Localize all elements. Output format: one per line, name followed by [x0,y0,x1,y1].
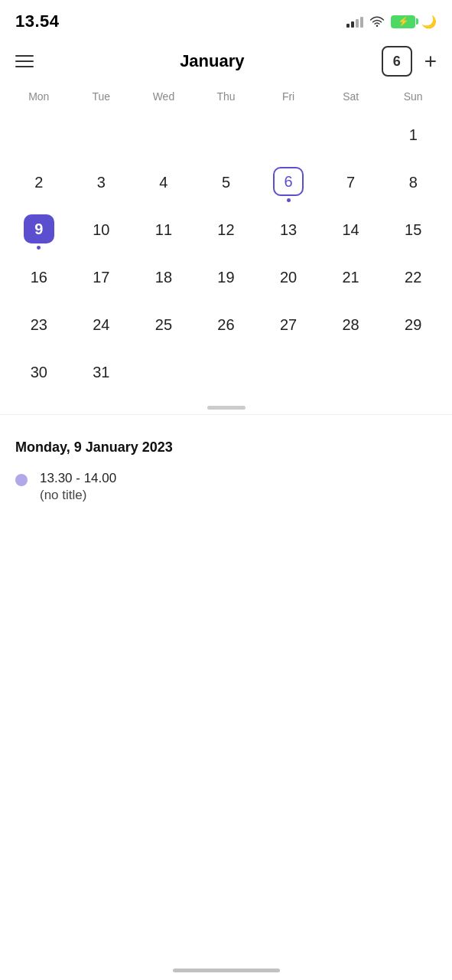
day-number: 3 [86,167,116,198]
calendar-day-cell[interactable]: 25 [132,303,195,351]
calendar-day-cell[interactable]: 17 [70,256,133,303]
day-number: 18 [148,262,179,292]
day-number: 17 [86,262,116,292]
event-item[interactable]: 13.30 - 14.00(no title) [15,471,437,503]
day-number: 29 [398,309,428,340]
events-date-label: Monday, 9 January 2023 [15,439,437,456]
event-time: 13.30 - 14.00 [40,471,116,486]
calendar-day-cell[interactable]: 3 [70,161,133,208]
section-divider [0,414,452,415]
calendar-day-cell [257,113,320,161]
calendar-day-cell[interactable]: 1 [382,113,444,161]
calendar-day-cell[interactable]: 21 [320,256,382,303]
add-event-button[interactable]: + [424,51,437,72]
header-right: 6 + [382,46,437,77]
calendar-day-cell [195,351,258,398]
calendar-day-cell [132,113,195,161]
weekday-header: Fri [257,86,320,113]
calendar-day-cell[interactable]: 12 [195,208,258,256]
events-list: 13.30 - 14.00(no title) [15,471,437,503]
calendar-day-cell[interactable]: 26 [195,303,258,351]
drag-handle[interactable] [0,398,452,414]
day-number [273,119,304,150]
calendar-day-cell[interactable]: 10 [70,208,133,256]
calendar-day-cell[interactable]: 18 [132,256,195,303]
hamburger-line-1 [15,55,34,57]
calendar-day-cell[interactable]: 29 [382,303,444,351]
calendar-day-cell[interactable]: 11 [132,208,195,256]
status-time: 13.54 [15,11,60,31]
calendar-day-cell[interactable]: 23 [8,303,70,351]
day-number: 24 [86,309,116,340]
day-badge-number: 6 [393,54,401,70]
day-number: 13 [273,214,304,245]
calendar-day-cell[interactable]: 14 [320,208,382,256]
calendar-body: 1234567891011121314151617181920212223242… [8,113,444,398]
weekday-header: Mon [8,86,70,113]
day-number [148,119,179,150]
day-number: 25 [148,309,179,340]
calendar-day-cell[interactable]: 9 [8,208,70,256]
day-number [210,119,241,150]
day-number: 1 [398,119,428,150]
calendar-day-cell[interactable]: 24 [70,303,133,351]
calendar-day-cell[interactable]: 22 [382,256,444,303]
menu-button[interactable] [15,47,43,75]
day-number [336,357,366,387]
calendar-day-cell [320,351,382,398]
calendar-day-cell[interactable]: 31 [70,351,133,398]
day-badge-button[interactable]: 6 [382,46,412,77]
calendar-day-cell[interactable]: 8 [382,161,444,208]
calendar-day-cell[interactable]: 27 [257,303,320,351]
day-number: 31 [86,357,116,387]
calendar-day-cell[interactable]: 7 [320,161,382,208]
calendar-day-cell [320,113,382,161]
battery-icon: ⚡ [391,15,415,28]
day-number [336,119,366,150]
calendar-day-cell [195,113,258,161]
day-number [210,357,241,387]
weekday-header: Sat [320,86,382,113]
day-number: 26 [210,309,241,340]
calendar-day-cell [382,351,444,398]
day-number: 9 [24,214,54,243]
day-number: 19 [210,262,241,292]
day-number: 30 [24,357,54,387]
day-number: 23 [24,309,54,340]
event-title: (no title) [40,488,116,503]
calendar-day-cell[interactable]: 2 [8,161,70,208]
calendar-day-cell [70,113,133,161]
weekday-header: Thu [195,86,258,113]
calendar-header: MonTueWedThuFriSatSun [8,86,444,113]
day-number: 10 [86,214,116,245]
day-number: 22 [398,262,428,292]
day-number: 5 [210,167,241,198]
calendar-day-cell[interactable]: 20 [257,256,320,303]
day-number: 28 [336,309,366,340]
calendar: MonTueWedThuFriSatSun 123456789101112131… [0,86,452,398]
calendar-day-cell[interactable]: 19 [195,256,258,303]
header: January 6 + [0,40,452,86]
events-section: Monday, 9 January 2023 13.30 - 14.00(no … [0,427,452,503]
calendar-day-cell[interactable]: 13 [257,208,320,256]
calendar-day-cell[interactable]: 5 [195,161,258,208]
calendar-day-cell[interactable]: 4 [132,161,195,208]
calendar-day-cell[interactable]: 28 [320,303,382,351]
event-indicator-dot [287,198,291,202]
drag-handle-bar [207,406,246,410]
calendar-day-cell[interactable]: 6 [257,161,320,208]
event-color-indicator [15,474,28,486]
month-title: January [180,51,244,71]
calendar-day-cell[interactable]: 16 [8,256,70,303]
status-bar: 13.54 ⚡ 🌙 [0,0,452,40]
hamburger-line-2 [15,60,34,62]
day-number: 20 [273,262,304,292]
weekday-header: Sun [382,86,444,113]
calendar-day-cell [8,113,70,161]
calendar-day-cell[interactable]: 15 [382,208,444,256]
calendar-day-cell [257,351,320,398]
calendar-day-cell[interactable]: 30 [8,351,70,398]
hamburger-line-3 [15,66,34,67]
event-indicator-dot [37,246,41,250]
day-number [24,119,54,150]
